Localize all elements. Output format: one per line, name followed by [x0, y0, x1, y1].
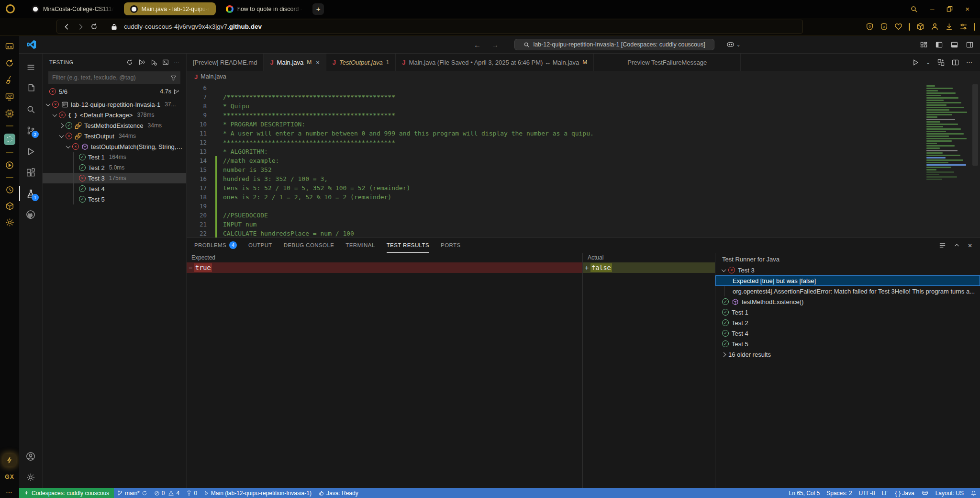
runner-row[interactable]: org.opentest4j.AssertionFailedError: Mat…: [715, 286, 980, 296]
chevron-down-icon[interactable]: [66, 144, 71, 148]
address-bar[interactable]: cuddly-couscous-4jv6rvgv9x4x3jgv7.github…: [56, 20, 803, 34]
new-tab-button[interactable]: +: [312, 3, 324, 15]
cursor-position[interactable]: Ln 65, Col 5: [785, 488, 823, 498]
run-dropdown-icon[interactable]: ⌄: [926, 60, 930, 65]
editor-tab[interactable]: JMain.javaM×: [264, 54, 326, 71]
vscode-logo-icon[interactable]: [26, 39, 37, 50]
tune-settings-icon[interactable]: [959, 23, 968, 31]
editor-tab[interactable]: JMain.java (File Saved • April 3, 2025 a…: [396, 54, 594, 71]
diff-removed-row[interactable]: − true: [187, 262, 582, 273]
history-refresh-icon[interactable]: [5, 58, 14, 68]
run-debug-icon[interactable]: [19, 141, 42, 162]
adblock-shield-icon[interactable]: 0: [866, 23, 874, 31]
runner-row[interactable]: ×Test 3: [715, 265, 980, 275]
code-editor[interactable]: 67/*************************************…: [187, 82, 980, 238]
test-tree-row[interactable]: ×lab-12-quipu-repetition-Invasia-137...: [43, 99, 186, 110]
refresh-tests-icon[interactable]: [126, 59, 133, 66]
copilot-chevron-icon[interactable]: ⌄: [736, 42, 740, 47]
chevron-right-icon[interactable]: [59, 123, 64, 128]
minimap[interactable]: [926, 85, 968, 181]
restore-button[interactable]: [947, 6, 953, 12]
more-actions-icon[interactable]: ⋯: [174, 59, 179, 65]
forward-icon[interactable]: [77, 23, 84, 30]
clock-icon[interactable]: [5, 185, 14, 194]
runner-row[interactable]: ✓Test 5: [715, 339, 980, 349]
panel-view-list-icon[interactable]: [939, 242, 946, 249]
browser-tab-miracosta[interactable]: MiraCosta-College-CS111/: [25, 2, 120, 15]
launch-status[interactable]: Main (lab-12-quipu-repetition-Invasia-1): [200, 488, 315, 498]
explorer-icon[interactable]: [19, 78, 42, 99]
panel-tab-test-results[interactable]: TEST RESULTS: [387, 238, 429, 253]
reload-icon[interactable]: [90, 23, 98, 30]
menu-icon[interactable]: [19, 57, 42, 78]
scrollbar[interactable]: [972, 84, 978, 166]
test-tree-row[interactable]: ✓Test 25.0ms: [43, 162, 186, 173]
history-back-icon[interactable]: ←: [474, 41, 481, 49]
encoding[interactable]: UTF-8: [856, 488, 879, 498]
downloads-icon[interactable]: [945, 23, 953, 31]
runner-row[interactable]: ✓Test 2: [715, 317, 980, 328]
editor-tab[interactable]: JTestOutput.java1: [326, 54, 396, 71]
extensions-box-icon[interactable]: [916, 23, 924, 31]
gx-mods-chip-icon[interactable]: M: [5, 109, 14, 118]
panel-tab-terminal[interactable]: TERMINAL: [345, 238, 375, 253]
customize-layout-icon[interactable]: [920, 41, 927, 48]
github-icon[interactable]: [19, 204, 42, 225]
runner-row[interactable]: ✓Test 4: [715, 328, 980, 339]
pinned-app-icon[interactable]: [4, 134, 15, 145]
chevron-down-icon[interactable]: [722, 267, 726, 272]
language-mode[interactable]: { } Java: [892, 488, 918, 498]
gx-control-icon[interactable]: [3, 454, 16, 466]
keyboard-layout[interactable]: Layout: US: [932, 488, 967, 498]
test-tree-row[interactable]: ×{ }<Default Package>378ms: [43, 110, 186, 120]
monitor-icon[interactable]: [5, 92, 14, 102]
run-java-icon[interactable]: [912, 59, 919, 66]
branch-status[interactable]: main*: [114, 488, 151, 498]
tracker-shield-icon[interactable]: x: [880, 23, 888, 31]
search-icon[interactable]: [19, 99, 42, 120]
runner-row[interactable]: Expected [true] but was [false]: [715, 275, 980, 286]
test-tree-row[interactable]: ✓Test 4: [43, 183, 186, 194]
toggle-sidebar-icon[interactable]: [935, 41, 943, 48]
split-editor-icon[interactable]: [952, 59, 959, 66]
test-tree-row[interactable]: ×TestOutput344ms: [43, 131, 186, 141]
chevron-right-icon[interactable]: [722, 352, 726, 357]
source-control-icon[interactable]: 2: [19, 120, 42, 141]
accounts-icon[interactable]: [19, 446, 42, 467]
profile-icon[interactable]: [931, 23, 939, 31]
browser-tab-discord-search[interactable]: how to quote in discord -: [220, 2, 309, 15]
sidebar-more-icon[interactable]: ⋯: [6, 488, 13, 496]
breadcrumb[interactable]: J Main.java: [187, 71, 980, 82]
open-changes-icon[interactable]: [937, 59, 945, 66]
test-tree-row[interactable]: ×testOutputMatch(String, String, St...: [43, 141, 186, 152]
runner-row[interactable]: ✓Test 1: [715, 307, 980, 317]
extensions-icon[interactable]: [19, 162, 42, 183]
copilot-icon[interactable]: [726, 41, 735, 48]
extensions-cube-icon[interactable]: [5, 202, 14, 211]
test-tree-row[interactable]: ✓TestMethodExistence34ms: [43, 120, 186, 131]
browser-tab-mainjava[interactable]: Main.java - lab-12-quipu-r: [124, 2, 216, 15]
notifications-bell-icon[interactable]: [967, 488, 980, 498]
diff-added-row[interactable]: + false: [583, 262, 715, 273]
history-forward-icon[interactable]: →: [491, 41, 499, 49]
manage-gear-icon[interactable]: [19, 467, 42, 488]
maximize-panel-icon[interactable]: [954, 242, 960, 249]
test-tree-row[interactable]: ✓Test 1164ms: [43, 152, 186, 162]
toggle-secondary-sidebar-icon[interactable]: [966, 41, 973, 48]
test-tree-row[interactable]: ✓Test 5: [43, 194, 186, 204]
indentation[interactable]: Spaces: 2: [823, 488, 855, 498]
remote-indicator[interactable]: Codespaces: cuddly couscous: [19, 488, 114, 498]
close-panel-icon[interactable]: ✕: [968, 242, 972, 249]
chevron-down-icon[interactable]: [53, 112, 57, 117]
command-center[interactable]: lab-12-quipu-repetition-Invasia-1 [Codes…: [514, 39, 714, 50]
chevron-down-icon[interactable]: [46, 102, 51, 106]
ports-status[interactable]: 0: [183, 488, 200, 498]
player-icon[interactable]: [5, 160, 14, 170]
test-filter[interactable]: [48, 71, 180, 84]
show-output-icon[interactable]: [162, 59, 169, 66]
close-tab-icon[interactable]: ×: [316, 59, 320, 66]
problems-status[interactable]: 0 4: [151, 488, 183, 498]
filter-funnel-icon[interactable]: [170, 75, 177, 81]
minimize-button[interactable]: –: [930, 5, 934, 12]
test-filter-input[interactable]: [52, 74, 167, 81]
